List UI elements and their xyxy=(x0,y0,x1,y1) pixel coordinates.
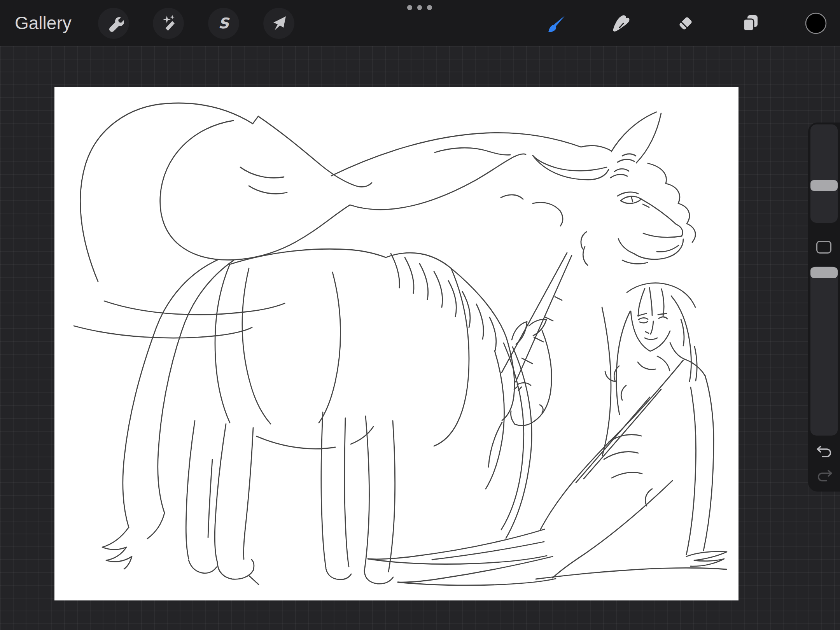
magic-wand-icon xyxy=(158,12,179,34)
opacity-slider[interactable] xyxy=(810,266,838,436)
paintbrush-icon xyxy=(545,12,567,34)
smudge-finger-icon xyxy=(610,12,632,34)
dragon-sketch xyxy=(74,103,695,338)
erase-tool-button[interactable] xyxy=(675,12,696,34)
procreate-screen: Gallery S xyxy=(0,0,840,630)
top-toolbar: Gallery S xyxy=(0,0,840,46)
layers-icon xyxy=(740,12,761,34)
canvas[interactable] xyxy=(54,87,738,600)
selection-button[interactable]: S xyxy=(208,8,239,39)
multitasking-dots-icon[interactable] xyxy=(407,5,432,10)
color-swatch-button[interactable] xyxy=(805,12,827,34)
artwork-svg xyxy=(54,87,738,600)
smudge-tool-button[interactable] xyxy=(610,12,632,34)
eraser-icon xyxy=(675,12,696,34)
actions-button[interactable] xyxy=(98,8,129,39)
opacity-handle[interactable] xyxy=(810,267,838,278)
brush-size-handle[interactable] xyxy=(810,180,838,191)
redo-icon xyxy=(816,469,833,484)
paint-tool-button[interactable] xyxy=(545,12,567,34)
sidebar xyxy=(808,122,840,492)
layers-button[interactable] xyxy=(740,12,761,34)
mermaid-sketch xyxy=(368,283,727,585)
modify-button[interactable] xyxy=(816,241,831,254)
undo-icon xyxy=(816,445,833,460)
s-curve-icon: S xyxy=(213,12,234,34)
undo-button[interactable] xyxy=(816,444,833,460)
redo-button[interactable] xyxy=(816,469,833,484)
adjustments-button[interactable] xyxy=(153,8,184,39)
unicorn-sketch xyxy=(102,249,572,584)
transform-button[interactable] xyxy=(263,8,294,39)
arrow-cursor-icon xyxy=(268,12,290,34)
wrench-icon xyxy=(103,12,124,34)
color-swatch-icon xyxy=(805,12,827,34)
svg-text:S: S xyxy=(218,15,230,32)
brush-size-slider[interactable] xyxy=(810,124,838,223)
gallery-button[interactable]: Gallery xyxy=(15,0,72,46)
